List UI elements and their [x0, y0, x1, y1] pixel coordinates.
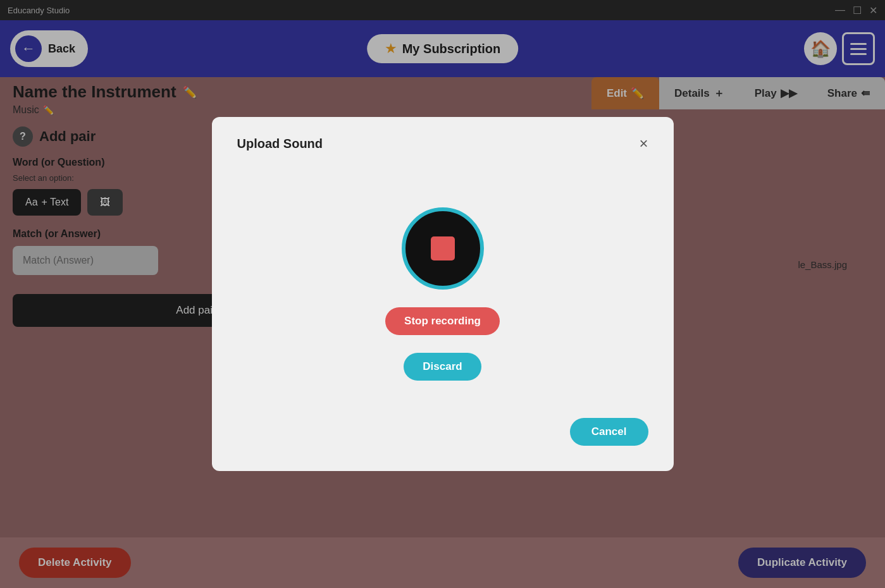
recording-indicator: [402, 207, 484, 290]
modal-footer: Cancel: [237, 412, 648, 446]
upload-sound-modal: Upload Sound × Stop recording Discard Ca…: [212, 117, 674, 471]
modal-body: Stop recording Discard: [237, 164, 648, 412]
modal-header: Upload Sound ×: [237, 136, 648, 151]
modal-overlay: Upload Sound × Stop recording Discard Ca…: [0, 0, 885, 588]
modal-close-button[interactable]: ×: [639, 136, 648, 151]
cancel-button[interactable]: Cancel: [570, 418, 648, 446]
modal-title: Upload Sound: [237, 137, 323, 151]
discard-button[interactable]: Discard: [404, 353, 481, 381]
stop-recording-button[interactable]: Stop recording: [385, 307, 500, 335]
stop-square-icon: [431, 236, 455, 260]
